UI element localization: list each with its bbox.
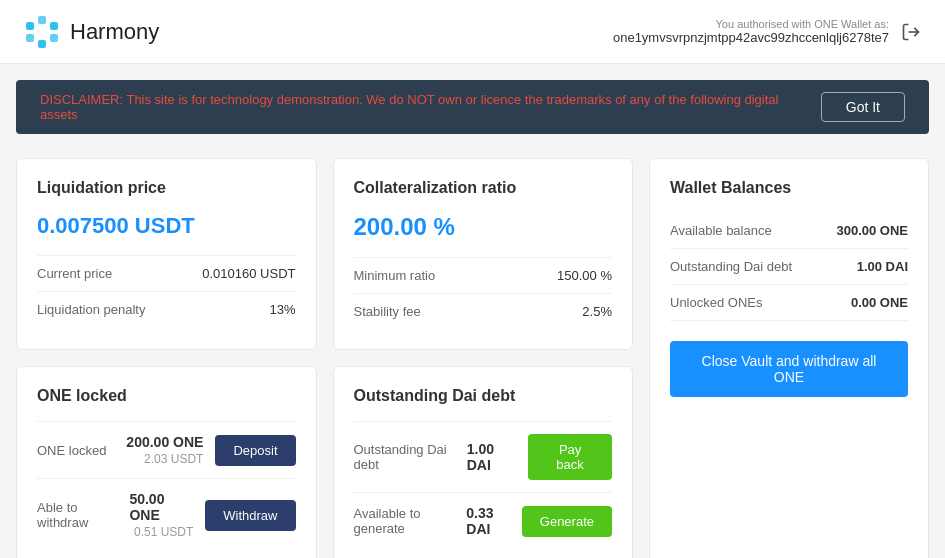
dai-debt-right: 1.00 DAI Pay back: [467, 434, 612, 480]
outstanding-dai-card: Outstanding Dai debt Outstanding Dai deb…: [333, 366, 634, 558]
one-locked-title: ONE locked: [37, 387, 296, 405]
withdraw-button[interactable]: Withdraw: [205, 500, 295, 531]
header: Harmony You authorised with ONE Wallet a…: [0, 0, 945, 64]
one-locked-card: ONE locked ONE locked 200.00 ONE 2.03 US…: [16, 366, 317, 558]
one-locked-main-value: 200.00 ONE: [126, 434, 203, 450]
harmony-logo-icon: [24, 14, 60, 50]
dai-debt-value: 1.00 DAI: [467, 441, 516, 473]
generate-left: Available to generate: [354, 506, 467, 536]
main-content: Liquidation price 0.007500 USDT Current …: [0, 142, 945, 558]
withdraw-row-content: Able to withdraw 50.00 ONE 0.51 USDT Wit…: [37, 491, 296, 539]
unlocked-ones-label: Unlocked ONEs: [670, 295, 762, 310]
withdraw-label: Able to withdraw: [37, 500, 129, 530]
withdraw-left: Able to withdraw: [37, 500, 129, 530]
outstanding-dai-row: Outstanding Dai debt 1.00 DAI: [670, 249, 908, 285]
minimum-ratio-row: Minimum ratio 150.00 %: [354, 257, 613, 293]
stability-fee-label: Stability fee: [354, 304, 421, 319]
collateralization-value: 200.00 %: [354, 213, 613, 241]
wallet-balances-card: Wallet Balances Available balance 300.00…: [649, 158, 929, 558]
withdraw-sub-value: 0.51 USDT: [134, 525, 193, 539]
generate-row-content: Available to generate 0.33 DAI Generate: [354, 505, 613, 537]
liquidation-penalty-value: 13%: [269, 302, 295, 317]
logo: Harmony: [24, 14, 159, 50]
one-locked-row: ONE locked 200.00 ONE 2.03 USDT Deposit: [37, 421, 296, 478]
dai-debt-left: Outstanding Dai debt: [354, 442, 467, 472]
withdraw-values: 50.00 ONE 0.51 USDT: [129, 491, 193, 539]
unlocked-ones-value: 0.00 ONE: [851, 295, 908, 310]
logout-icon[interactable]: [901, 22, 921, 42]
one-locked-right: 200.00 ONE 2.03 USDT Deposit: [126, 434, 295, 466]
svg-rect-5: [50, 34, 58, 42]
liquidation-price-card: Liquidation price 0.007500 USDT Current …: [16, 158, 317, 350]
stability-fee-row: Stability fee 2.5%: [354, 293, 613, 329]
header-right: You authorised with ONE Wallet as: one1y…: [613, 18, 921, 45]
disclaimer-banner: DISCLAIMER: This site is for technology …: [16, 80, 929, 134]
available-balance-label: Available balance: [670, 223, 772, 238]
dai-debt-row: Outstanding Dai debt 1.00 DAI Pay back: [354, 421, 613, 492]
svg-rect-4: [38, 40, 46, 48]
able-to-withdraw-row: Able to withdraw 50.00 ONE 0.51 USDT Wit…: [37, 478, 296, 551]
generate-label: Available to generate: [354, 506, 467, 536]
current-price-row: Current price 0.010160 USDT: [37, 255, 296, 291]
one-locked-values: 200.00 ONE 2.03 USDT: [126, 434, 203, 466]
minimum-ratio-label: Minimum ratio: [354, 268, 436, 283]
one-locked-row-content: ONE locked 200.00 ONE 2.03 USDT Deposit: [37, 434, 296, 466]
generate-right: 0.33 DAI Generate: [466, 505, 612, 537]
available-generate-row: Available to generate 0.33 DAI Generate: [354, 492, 613, 549]
dai-debt-row-content: Outstanding Dai debt 1.00 DAI Pay back: [354, 434, 613, 480]
auth-info: You authorised with ONE Wallet as: one1y…: [613, 18, 889, 45]
withdraw-main-value: 50.00 ONE: [129, 491, 193, 523]
unlocked-ones-row: Unlocked ONEs 0.00 ONE: [670, 285, 908, 321]
available-balance-row: Available balance 300.00 ONE: [670, 213, 908, 249]
liquidation-penalty-label: Liquidation penalty: [37, 302, 145, 317]
outstanding-dai-value: 1.00 DAI: [857, 259, 908, 274]
payback-button[interactable]: Pay back: [528, 434, 612, 480]
collateralization-title: Collateralization ratio: [354, 179, 613, 197]
svg-rect-0: [26, 22, 34, 30]
one-locked-sub-value: 2.03 USDT: [144, 452, 203, 466]
wallet-balances-title: Wallet Balances: [670, 179, 908, 197]
generate-button[interactable]: Generate: [522, 506, 612, 537]
logo-text: Harmony: [70, 19, 159, 45]
current-price-value: 0.010160 USDT: [202, 266, 295, 281]
disclaimer-text: DISCLAIMER: This site is for technology …: [40, 92, 805, 122]
auth-label: You authorised with ONE Wallet as:: [613, 18, 889, 30]
collateralization-card: Collateralization ratio 200.00 % Minimum…: [333, 158, 634, 350]
liquidation-price-value: 0.007500 USDT: [37, 213, 296, 239]
outstanding-dai-title: Outstanding Dai debt: [354, 387, 613, 405]
one-locked-label: ONE locked: [37, 443, 106, 458]
available-balance-value: 300.00 ONE: [836, 223, 908, 238]
dai-debt-label: Outstanding Dai debt: [354, 442, 467, 472]
outstanding-dai-label: Outstanding Dai debt: [670, 259, 792, 274]
one-locked-left: ONE locked: [37, 443, 106, 458]
withdraw-right: 50.00 ONE 0.51 USDT Withdraw: [129, 491, 295, 539]
svg-rect-1: [38, 16, 46, 24]
close-vault-button[interactable]: Close Vault and withdraw all ONE: [670, 341, 908, 397]
svg-rect-3: [26, 34, 34, 42]
got-it-button[interactable]: Got It: [821, 92, 905, 122]
minimum-ratio-value: 150.00 %: [557, 268, 612, 283]
liquidation-price-title: Liquidation price: [37, 179, 296, 197]
current-price-label: Current price: [37, 266, 112, 281]
svg-rect-2: [50, 22, 58, 30]
stability-fee-value: 2.5%: [582, 304, 612, 319]
generate-value: 0.33 DAI: [466, 505, 509, 537]
deposit-button[interactable]: Deposit: [215, 435, 295, 466]
auth-address: one1ymvsvrpnzjmtpp42avc99zhccenlqlj6278t…: [613, 30, 889, 45]
liquidation-penalty-row: Liquidation penalty 13%: [37, 291, 296, 327]
